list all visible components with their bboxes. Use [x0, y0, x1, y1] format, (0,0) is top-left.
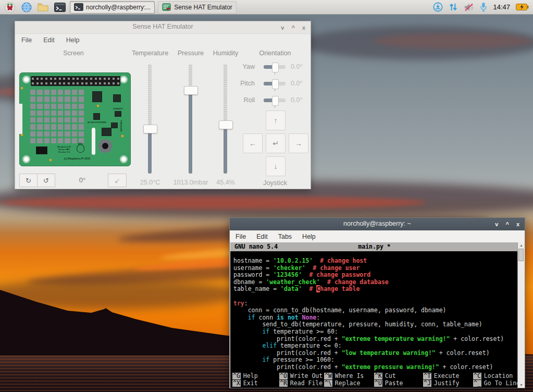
led-pixel — [51, 90, 56, 95]
gpio-pin — [113, 82, 115, 84]
gpio-pin — [63, 78, 65, 80]
led-pixel — [44, 131, 49, 137]
file-manager-icon[interactable] — [36, 1, 50, 14]
humidity-chip — [115, 111, 121, 117]
led-pixel — [44, 96, 49, 102]
menu-tabs[interactable]: Tabs — [278, 233, 292, 240]
rotate-cw-button[interactable]: ↻ — [19, 174, 38, 187]
joystick-right-button[interactable]: → — [289, 133, 308, 153]
led-pixel — [65, 138, 70, 143]
chip — [92, 91, 102, 102]
slider-handle[interactable] — [272, 63, 279, 72]
joystick-left-button[interactable]: ← — [243, 133, 263, 153]
rotate-ccw-button[interactable]: ↺ — [37, 174, 55, 187]
nano-shortcut-bar: ^GHelp^OWrite Out^WWhere Is^KCut^TExecut… — [230, 373, 518, 387]
gpio-pin — [95, 78, 97, 80]
minimize-icon[interactable]: v — [281, 24, 284, 31]
gpio-pin — [59, 78, 61, 80]
terminal-titlebar[interactable]: norcholly@raspberry: ~ v ^ x — [230, 218, 525, 230]
menu-file[interactable]: File — [21, 36, 32, 44]
taskbar-task-terminal[interactable]: norcholly@raspberry:... — [70, 1, 155, 14]
gpio-pin — [68, 78, 70, 80]
menu-edit[interactable]: Edit — [256, 233, 268, 240]
slider-handle[interactable] — [219, 120, 233, 129]
code-line — [233, 293, 518, 300]
yaw-slider[interactable] — [264, 65, 286, 69]
menu-help[interactable]: Help — [302, 233, 316, 240]
terminal-scrollbar[interactable]: ▲ ▼ — [517, 242, 524, 388]
terminal-console[interactable]: GNU nano 5.4 main.py * hostname = '10.0.… — [230, 242, 518, 388]
led-pixel — [72, 90, 77, 95]
led-pixel — [44, 90, 49, 95]
slider-handle[interactable] — [143, 125, 157, 133]
gpio-pin — [63, 82, 65, 84]
volume-muted-icon[interactable] — [464, 3, 474, 12]
led-pixel — [72, 96, 77, 102]
temperature-slider[interactable] — [144, 64, 156, 174]
smd-led — [97, 105, 99, 107]
close-icon[interactable]: x — [516, 221, 519, 227]
slider-handle[interactable] — [272, 79, 279, 89]
scroll-up-icon[interactable]: ▲ — [518, 242, 524, 248]
led-pixel — [30, 131, 35, 137]
led-pixel — [30, 90, 35, 95]
led-pixel — [44, 124, 49, 129]
joystick-up-button[interactable]: ↑ — [266, 111, 286, 130]
led-pixel — [58, 104, 63, 109]
board-copyright: (c) Raspberry Pi 2015 — [52, 157, 103, 160]
led-pixel — [37, 131, 42, 137]
gpio-pin — [90, 82, 92, 84]
updater-icon[interactable] — [433, 2, 443, 12]
gpio-pin — [59, 82, 61, 84]
smd-led — [21, 134, 23, 136]
led-pixel — [58, 96, 63, 102]
close-icon[interactable]: x — [302, 24, 305, 31]
nano-shortcut: ^UPaste — [374, 380, 423, 387]
scrollbar-thumb[interactable] — [518, 249, 524, 261]
menu-help[interactable]: Help — [66, 36, 80, 44]
battery-icon[interactable] — [516, 3, 529, 11]
led-pixel — [30, 111, 35, 116]
slider-fill — [148, 129, 152, 174]
board-joystick — [98, 139, 112, 153]
nano-filename: main.py * — [230, 242, 518, 251]
code-line: if temperature >= 60: — [233, 328, 518, 336]
led-pixel — [51, 111, 56, 116]
nano-shortcut: ^OWrite Out — [279, 373, 324, 380]
led-pixel — [72, 131, 77, 137]
gpio-pin — [54, 78, 56, 80]
slider-handle[interactable] — [184, 86, 198, 95]
pitch-slider[interactable] — [264, 82, 286, 85]
maximize-icon[interactable]: ^ — [291, 24, 294, 31]
joystick-down-button[interactable]: ↓ — [266, 156, 286, 176]
menu-file[interactable]: File — [235, 233, 246, 240]
code-line: table_name = 'data' # Change table — [233, 286, 518, 293]
nano-code: hostname = '10.0.2.15' # change hostuser… — [230, 251, 518, 371]
nano-shortcut: ^RRead File — [279, 380, 324, 387]
gpio-pin — [45, 82, 47, 84]
browser-icon[interactable] — [20, 1, 33, 14]
joystick-enter-button[interactable]: ↵ — [266, 133, 286, 153]
sense-titlebar[interactable]: Sense HAT Emulator v ^ x — [15, 21, 311, 34]
pressure-slider[interactable] — [184, 64, 197, 174]
slider-handle[interactable] — [272, 96, 279, 106]
mount-hole — [22, 155, 30, 163]
sense-hat-window: Sense HAT Emulator v ^ x File Edit Help … — [15, 21, 311, 189]
roll-slider[interactable] — [264, 99, 286, 102]
maximize-icon[interactable]: ^ — [505, 221, 509, 227]
network-arrows-icon[interactable] — [449, 2, 458, 12]
gpio-pin — [108, 82, 110, 84]
menu-raspberry-icon[interactable] — [3, 1, 17, 14]
led-pixel — [51, 124, 56, 129]
smd-led — [49, 159, 52, 161]
menu-edit[interactable]: Edit — [43, 36, 55, 44]
led-pixel — [58, 138, 63, 143]
gpio-pin — [104, 82, 106, 84]
nano-shortcuts-1: ^GHelp^OWrite Out^WWhere Is^KCut^TExecut… — [230, 373, 518, 380]
microphone-icon[interactable] — [480, 2, 487, 12]
scroll-down-icon[interactable]: ▼ — [518, 382, 524, 388]
minimize-icon[interactable]: v — [495, 221, 498, 227]
led-pixel — [51, 131, 56, 137]
taskbar-task-sense-hat[interactable]: Sense HAT Emulator — [158, 1, 237, 14]
terminal-launcher-icon[interactable] — [53, 1, 67, 14]
